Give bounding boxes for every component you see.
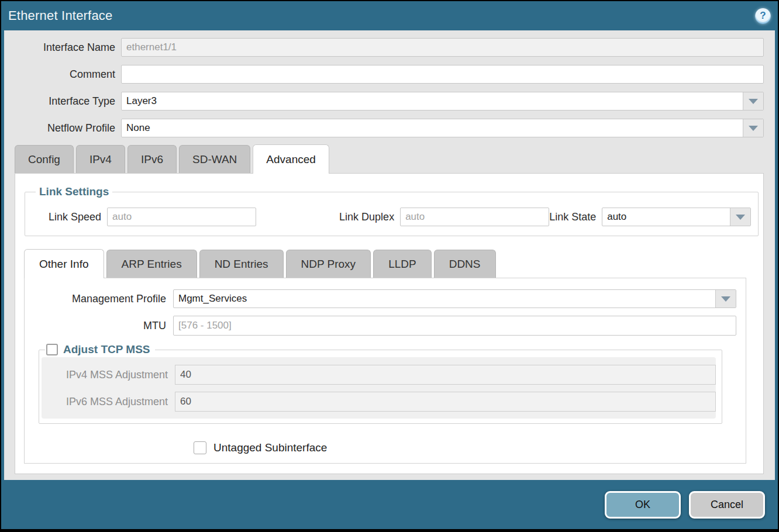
untagged-subinterface-checkbox[interactable] (194, 441, 206, 454)
link-state-item: Link State auto (549, 208, 751, 226)
mtu-label: MTU (25, 320, 173, 332)
link-state-value: auto (602, 208, 730, 226)
management-profile-row: Management Profile Mgmt_Services (25, 289, 736, 308)
adjust-tcp-mss-checkbox[interactable] (46, 344, 58, 355)
mtu-field[interactable] (173, 316, 736, 336)
interface-name-row: Interface Name (4, 38, 764, 57)
cancel-button[interactable]: Cancel (689, 491, 765, 519)
netflow-profile-dropdown-button[interactable] (743, 119, 763, 137)
tab-config[interactable]: Config (15, 145, 74, 173)
interface-type-dropdown-button[interactable] (743, 92, 763, 110)
tab-other-info[interactable]: Other Info (24, 249, 104, 278)
tab-advanced[interactable]: Advanced (253, 144, 329, 174)
interface-type-value: Layer3 (122, 92, 743, 110)
dialog-footer: OK Cancel (1, 480, 778, 529)
ipv6-mss-field (175, 392, 716, 412)
interface-type-dropdown[interactable]: Layer3 (121, 92, 764, 110)
link-duplex-field[interactable] (400, 208, 549, 226)
tab-ipv6[interactable]: IPv6 (127, 145, 177, 173)
tab-ipv4[interactable]: IPv4 (76, 145, 125, 173)
mtu-row: MTU (25, 316, 736, 336)
link-settings-row: Link Speed Link Duplex Link State auto (32, 208, 751, 226)
management-profile-dropdown[interactable]: Mgmt_Services (173, 289, 736, 308)
adjust-tcp-mss-group: Adjust TCP MSS IPv4 MSS Adjustment IPv6 … (39, 343, 722, 424)
interface-name-field (121, 38, 764, 57)
ipv4-mss-field (175, 365, 716, 385)
main-tab-bar: Config IPv4 IPv6 SD-WAN Advanced (4, 144, 775, 173)
tab-sdwan[interactable]: SD-WAN (179, 145, 250, 173)
management-profile-value: Mgmt_Services (174, 290, 715, 308)
link-state-dropdown-button[interactable] (730, 208, 750, 226)
link-settings-legend: Link Settings (36, 185, 112, 198)
ipv4-mss-row: IPv4 MSS Adjustment (42, 365, 716, 385)
interface-type-row: Interface Type Layer3 (4, 92, 764, 110)
chevron-down-icon (736, 215, 745, 220)
ipv4-mss-label: IPv4 MSS Adjustment (42, 369, 175, 381)
adjust-tcp-mss-label: Adjust TCP MSS (63, 343, 150, 356)
link-duplex-item: Link Duplex (339, 208, 549, 226)
comment-label: Comment (4, 68, 121, 81)
tab-arp-entries[interactable]: ARP Entries (106, 250, 197, 278)
management-profile-dropdown-button[interactable] (715, 290, 736, 308)
chevron-down-icon (721, 296, 730, 302)
mss-disabled-area: IPv4 MSS Adjustment IPv6 MSS Adjustment (42, 357, 716, 419)
chevron-down-icon (749, 126, 758, 131)
dialog-title: Ethernet Interface (8, 8, 112, 23)
untagged-subinterface-row: Untagged Subinterface (194, 441, 746, 454)
link-speed-item: Link Speed (49, 208, 256, 226)
comment-row: Comment (4, 65, 764, 84)
netflow-profile-value: None (122, 119, 743, 137)
link-speed-label: Link Speed (49, 211, 107, 223)
link-settings-group: Link Settings Link Speed Link Duplex Lin… (25, 185, 759, 236)
interface-name-label: Interface Name (4, 42, 121, 54)
tab-ndp-proxy[interactable]: NDP Proxy (286, 250, 371, 278)
tab-lldp[interactable]: LLDP (373, 250, 432, 278)
tab-nd-entries[interactable]: ND Entries (199, 250, 284, 278)
dialog-body: Interface Name Comment Interface Type La… (4, 30, 775, 480)
help-icon[interactable]: ? (755, 8, 771, 24)
tab-ddns[interactable]: DDNS (434, 250, 496, 278)
untagged-subinterface-label: Untagged Subinterface (213, 441, 327, 454)
interface-type-label: Interface Type (4, 95, 121, 108)
dialog-titlebar: Ethernet Interface ? (1, 1, 778, 30)
link-state-dropdown[interactable]: auto (602, 208, 751, 226)
comment-field[interactable] (121, 65, 764, 84)
ipv6-mss-label: IPv6 MSS Adjustment (42, 396, 175, 408)
other-info-panel: Management Profile Mgmt_Services MTU (24, 278, 746, 464)
adjust-tcp-mss-legend: Adjust TCP MSS (45, 343, 155, 356)
link-state-label: Link State (549, 211, 602, 223)
chevron-down-icon (749, 99, 758, 104)
netflow-profile-row: Netflow Profile None (4, 119, 764, 137)
management-profile-label: Management Profile (25, 293, 173, 305)
advanced-tab-panel: Link Settings Link Speed Link Duplex Lin… (15, 173, 764, 474)
ethernet-interface-dialog: Ethernet Interface ? Interface Name Comm… (1, 1, 778, 529)
sub-tab-bar: Other Info ARP Entries ND Entries NDP Pr… (15, 249, 763, 278)
netflow-profile-label: Netflow Profile (4, 122, 121, 134)
ipv6-mss-row: IPv6 MSS Adjustment (42, 392, 716, 412)
netflow-profile-dropdown[interactable]: None (121, 119, 764, 137)
ok-button[interactable]: OK (605, 491, 681, 519)
link-duplex-label: Link Duplex (339, 211, 400, 223)
link-speed-field[interactable] (107, 208, 256, 226)
